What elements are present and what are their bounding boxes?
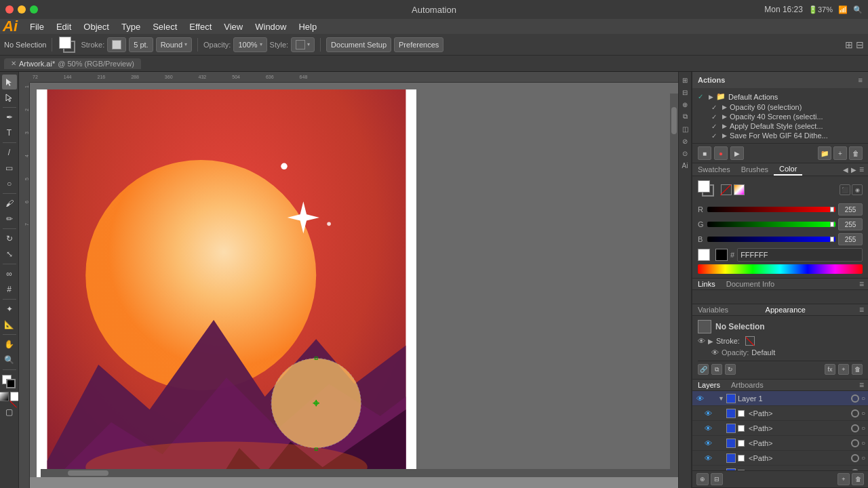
action-group-default[interactable]: ✓ ▶ 📁 Default Actions <box>692 91 868 102</box>
action-item-4[interactable]: ✓ ▶ Save For Web GIF 64 Dithe... <box>692 131 868 140</box>
eyedropper-tool[interactable]: ✦ <box>2 302 17 317</box>
layer-options-btn[interactable]: ⊟ <box>711 473 723 485</box>
record-button[interactable]: ● <box>714 146 728 160</box>
wheel-icon[interactable]: ◉ <box>852 184 863 195</box>
mid-tool-4[interactable]: ⧉ <box>679 111 690 122</box>
opacity-value-field[interactable]: 100% ▾ <box>233 37 267 52</box>
color-spectrum[interactable] <box>698 264 863 274</box>
rectangle-tool[interactable]: ▭ <box>2 161 17 176</box>
path-2-target[interactable] <box>851 424 859 432</box>
layer-1-row[interactable]: 👁 ▼ Layer 1 ○ <box>692 391 868 406</box>
mid-tool-8[interactable]: Ai <box>679 160 690 171</box>
g-slider-thumb[interactable] <box>830 222 834 227</box>
scroll-thumb-vertical[interactable] <box>671 107 677 134</box>
b-slider-track[interactable] <box>707 237 835 242</box>
none-icon[interactable] <box>10 392 20 401</box>
tab-artboards[interactable]: Artboards <box>726 380 769 390</box>
ellipse-tool[interactable]: ○ <box>2 176 17 191</box>
tab-swatches[interactable]: Swatches <box>692 164 736 175</box>
line-tool[interactable]: / <box>2 145 17 160</box>
scroll-thumb-horizontal[interactable] <box>68 470 108 476</box>
zoom-tool[interactable]: 🔍 <box>2 352 17 367</box>
b-value[interactable]: 255 <box>838 233 863 245</box>
mid-tool-5[interactable]: ◫ <box>679 123 690 134</box>
fill-stroke-widget-2[interactable] <box>698 180 717 199</box>
tab-layers[interactable]: Layers <box>692 380 726 390</box>
layer-1-visibility[interactable]: 👁 <box>695 394 705 403</box>
actions-panel-header[interactable]: Actions ≡ <box>692 72 868 88</box>
panel-menu-icon[interactable]: ≡ <box>859 76 863 84</box>
new-item-icon[interactable]: + <box>838 364 849 375</box>
g-value[interactable]: 255 <box>838 218 863 230</box>
left-arrow-icon[interactable]: ◀ <box>843 166 848 174</box>
path-row-5[interactable]: 👁 <Path> ○ <box>692 466 868 470</box>
path-3-visibility[interactable]: 👁 <box>703 439 713 448</box>
layer-1-expand[interactable]: ▼ <box>718 395 724 402</box>
horizontal-scrollbar[interactable] <box>41 469 670 477</box>
action-item-2[interactable]: ✓ ▶ Opacity 40 Screen (selecti... <box>692 112 868 121</box>
tab-brushes[interactable]: Brushes <box>736 164 774 175</box>
selection-tool[interactable] <box>2 75 17 89</box>
stroke-color-box[interactable] <box>6 379 16 388</box>
tab-document-info[interactable]: Document Info <box>721 279 781 289</box>
fill-stroke-widget[interactable] <box>58 35 78 54</box>
stroke-expand-icon[interactable]: ▶ <box>708 338 713 345</box>
document-setup-button[interactable]: Document Setup <box>326 37 391 52</box>
gradient-color-btn[interactable] <box>734 184 745 195</box>
artboard-tool[interactable]: ▢ <box>2 405 17 420</box>
appearance-menu-icon[interactable]: ≡ <box>859 305 864 314</box>
action-item-1[interactable]: ✓ ▶ Opacity 60 (selection) <box>692 102 868 112</box>
view-icon-2[interactable]: ⊟ <box>856 39 864 50</box>
menu-file[interactable]: File <box>24 20 50 33</box>
path-row-1[interactable]: 👁 <Path> ○ <box>692 406 868 421</box>
path-1-visibility[interactable]: 👁 <box>703 409 713 418</box>
layer-1-target[interactable] <box>851 394 859 403</box>
delete-action-button[interactable]: 🗑 <box>849 146 863 160</box>
tab-links[interactable]: Links <box>692 279 721 289</box>
panel-menu-color[interactable]: ≡ <box>859 165 864 174</box>
rotate-tool[interactable]: ↻ <box>2 231 17 246</box>
new-set-button[interactable]: 📁 <box>818 146 831 160</box>
tab-appearance[interactable]: Actions Appearance <box>734 304 811 315</box>
menu-window[interactable]: Window <box>250 20 292 33</box>
blend-tool[interactable]: ∞ <box>2 266 17 281</box>
menu-edit[interactable]: Edit <box>51 20 77 33</box>
right-arrow-icon[interactable]: ▶ <box>851 166 856 174</box>
measure-tool[interactable]: 📐 <box>2 317 17 332</box>
search-icon-mac[interactable]: 🔍 <box>853 5 863 14</box>
new-layer-btn[interactable]: + <box>837 473 850 485</box>
path-4-visibility[interactable]: 👁 <box>703 453 713 463</box>
layers-menu-icon[interactable]: ≡ <box>859 380 864 390</box>
menu-view[interactable]: View <box>218 20 248 33</box>
path-1-target[interactable] <box>851 409 859 418</box>
opacity-eye-icon[interactable]: 👁 <box>711 348 719 357</box>
link-icon[interactable]: 🔗 <box>698 364 709 375</box>
direct-selection-tool[interactable] <box>2 90 17 105</box>
path-row-3[interactable]: 👁 <Path> ○ <box>692 436 868 451</box>
stroke-eye-icon[interactable]: 👁 <box>698 337 705 345</box>
copy-item-icon[interactable]: ⧉ <box>711 364 722 375</box>
mesh-tool[interactable]: # <box>2 282 17 297</box>
tab-color[interactable]: Color <box>774 163 802 176</box>
hex-input-field[interactable] <box>737 248 863 262</box>
menu-type[interactable]: Type <box>116 20 146 33</box>
path-3-target[interactable] <box>851 439 859 447</box>
make-sublayer-btn[interactable]: ⊕ <box>696 473 709 485</box>
tab-variables[interactable]: Variables <box>692 304 734 315</box>
delete-layer-btn[interactable]: 🗑 <box>852 473 864 485</box>
vertical-scrollbar[interactable] <box>670 94 678 477</box>
refresh-icon[interactable]: ↻ <box>725 364 736 375</box>
fill-box[interactable] <box>698 180 710 192</box>
mid-tool-6[interactable]: ⊘ <box>679 136 690 146</box>
path-row-4[interactable]: 👁 <Path> ○ <box>692 451 868 466</box>
document-tab[interactable]: ✕ Artwork.ai* @ 50% (RGB/Preview) <box>4 58 141 69</box>
hand-tool[interactable]: ✋ <box>2 337 17 352</box>
r-slider-track[interactable] <box>707 207 835 212</box>
stroke-type-dropdown[interactable]: Round ▾ <box>156 37 192 52</box>
brush-tool[interactable]: 🖌 <box>2 196 17 211</box>
gradient-icon[interactable] <box>0 392 9 401</box>
style-dropdown[interactable]: ▾ <box>291 37 315 52</box>
doc-close-btn[interactable]: ✕ <box>11 60 16 67</box>
path-4-target[interactable] <box>851 454 859 462</box>
fill-swatch[interactable] <box>59 37 71 49</box>
